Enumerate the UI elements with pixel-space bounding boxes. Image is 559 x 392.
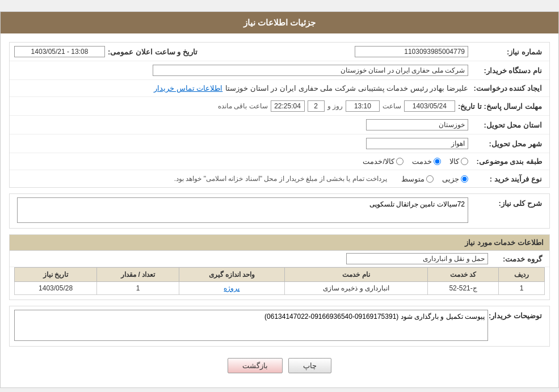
mohlat-date: 1403/05/24 <box>404 100 455 112</box>
radio-jazei-label: جزیی <box>442 175 459 183</box>
comments-section: توضیحات خریدار: <box>9 306 550 347</box>
row-sharh: شرح کلی نیاز: <box>10 194 549 228</box>
shahr-field: اهواز <box>366 138 468 149</box>
back-button[interactable]: بازگشت <box>228 358 283 373</box>
radio-motavsat-item[interactable]: متوسط <box>401 175 434 183</box>
mohlat-value: 1403/05/24 ساعت 13:10 روز و 2 22:25:04 س… <box>14 99 458 113</box>
mohlat-label: مهلت ارسال پاسخ: تا تاریخ: <box>458 102 545 111</box>
table-head: ردیف کد خدمت نام خدمت واحد اندازه گیری ت… <box>15 268 545 282</box>
mohlat-inline: 1403/05/24 ساعت 13:10 روز و 2 22:25:04 س… <box>17 100 455 112</box>
cell-kodKhedmat: ج-521-52 <box>428 282 499 295</box>
ostan-value: خوزستان <box>14 118 471 132</box>
table-body: 1ج-521-52انبارداری و ذخیره سازیپروژه1140… <box>15 282 545 295</box>
cell-vahed: پروژه <box>179 282 285 295</box>
ijadkonande-label: ایجاد کننده درخواست: <box>471 84 545 92</box>
table-row: 1ج-521-52انبارداری و ذخیره سازیپروژه1140… <box>15 282 545 295</box>
shomare-niaz-field: 1103093985004779 <box>355 46 468 57</box>
mande-value: 22:25:04 <box>271 100 305 112</box>
cell-tedad: 1 <box>97 282 179 295</box>
shomare-niaz-value: 1103093985004779 <box>200 45 471 58</box>
khedamat-section: اطلاعات خدمات مورد نیاز گروه خدمت: حمل و… <box>9 234 550 300</box>
radio-jazei-input[interactable] <box>461 175 468 183</box>
sharh-section: شرح کلی نیاز: <box>9 193 550 229</box>
ilan-value-field: 1403/05/21 - 13:08 <box>14 46 105 57</box>
khedamat-title: اطلاعات خدمات مورد نیاز <box>10 235 549 251</box>
content-area: شماره نیاز: 1103093985004779 تاریخ و ساع… <box>1 33 558 387</box>
row-tabaqe: طبقه بندی موضوعی: کالا خدمت <box>10 153 549 170</box>
rooz-value: 2 <box>308 100 325 112</box>
tabaqe-radio-group: کالا خدمت کالا/خدمت <box>17 157 468 166</box>
shahr-label: شهر محل تحویل: <box>471 140 545 148</box>
comments-row: توضیحات خریدار: <box>10 306 549 346</box>
ijadkonande-value: علیرضا بهادر رئیس خدمات پشتیبانی شرکت مل… <box>14 83 471 94</box>
khedamat-table: ردیف کد خدمت نام خدمت واحد اندازه گیری ت… <box>14 267 545 295</box>
col-radif: ردیف <box>499 268 545 282</box>
page-header: جزئیات اطلاعات نیاز <box>1 12 558 33</box>
comments-textarea[interactable] <box>14 310 488 341</box>
radio-motavsat-input[interactable] <box>426 175 434 183</box>
radio-khedmat-item[interactable]: خدمت <box>412 157 441 166</box>
col-tedad: تعداد / مقدار <box>97 268 179 282</box>
cell-namKhedmat: انبارداری و ذخیره سازی <box>284 282 427 295</box>
radio-kalakhedmat-item[interactable]: کالا/خدمت <box>363 157 404 166</box>
tabaqe-value: کالا خدمت کالا/خدمت <box>14 156 471 167</box>
ijadkonande-text: علیرضا بهادر رئیس خدمات پشتیبانی شرکت مل… <box>225 84 468 92</box>
mande-label: ساعت باقی مانده <box>218 102 268 110</box>
saat-label: ساعت <box>383 102 401 110</box>
row-ijadkonande: ایجاد کننده درخواست: علیرضا بهادر رئیس خ… <box>10 80 549 97</box>
row-shomare: شماره نیاز: 1103093985004779 تاریخ و ساع… <box>10 43 549 61</box>
grooh-field: حمل و نقل و انبارداری <box>346 253 488 264</box>
cell-tarikh: 1403/05/28 <box>15 282 97 295</box>
col-nam: نام خدمت <box>284 268 427 282</box>
cell-radif: 1 <box>499 282 545 295</box>
page-wrapper: جزئیات اطلاعات نیاز شماره نیاز: 11030939… <box>0 11 559 388</box>
namdastgah-value: شرکت ملی حفاری ایران در استان خوزستان <box>14 64 471 77</box>
radio-kala-input[interactable] <box>461 158 468 165</box>
noefar-value: جزیی متوسط پرداخت تمام یا بخشی از مبلغ خ… <box>14 174 471 184</box>
tabaqe-label: طبقه بندی موضوعی: <box>471 157 545 166</box>
buttons-row: چاپ بازگشت <box>9 352 550 379</box>
ostan-label: استان محل تحویل: <box>471 121 545 129</box>
comments-label: توضیحات خریدار: <box>488 310 545 320</box>
comments-value <box>14 310 488 343</box>
row-ostan: استان محل تحویل: خوزستان <box>10 116 549 134</box>
sharh-textarea[interactable] <box>17 197 468 223</box>
grooh-row: گروه خدمت: حمل و نقل و انبارداری <box>10 251 549 267</box>
row-mohlat: مهلت ارسال پاسخ: تا تاریخ: 1403/05/24 سا… <box>10 97 549 116</box>
ijadkonande-link[interactable]: اطلاعات تماس خریدار <box>154 84 222 92</box>
grooh-value: حمل و نقل و انبارداری <box>14 253 488 264</box>
noefar-radio-group: جزیی متوسط پرداخت تمام یا بخشی از مبلغ خ… <box>17 175 468 183</box>
col-kod: کد خدمت <box>428 268 499 282</box>
radio-kalakhedmat-label: کالا/خدمت <box>363 157 394 166</box>
radio-khedmat-input[interactable] <box>434 158 441 165</box>
table-header-row: ردیف کد خدمت نام خدمت واحد اندازه گیری ت… <box>15 268 545 282</box>
row-shahr: شهر محل تحویل: اهواز <box>10 134 549 153</box>
noefar-note: پرداخت تمام یا بخشی از مبلغ خریدار از مح… <box>174 175 387 183</box>
ilan-label: تاریخ و ساعت اعلان عمومی: <box>108 48 200 56</box>
radio-kala-item[interactable]: کالا <box>449 157 468 166</box>
rooz-label: روز و <box>327 102 343 110</box>
col-tarikh: تاریخ نیاز <box>15 268 97 282</box>
radio-kala-label: کالا <box>449 157 459 166</box>
radio-khedmat-label: خدمت <box>412 157 432 166</box>
sharh-label: شرح کلی نیاز: <box>471 196 545 208</box>
row-noefar: نوع فرآیند خرید : جزیی متوسط پرداخت تمام… <box>10 170 549 187</box>
grooh-label: گروه خدمت: <box>488 255 545 263</box>
noefar-label: نوع فرآیند خرید : <box>471 175 545 183</box>
table-wrapper: ردیف کد خدمت نام خدمت واحد اندازه گیری ت… <box>10 267 549 300</box>
radio-motavsat-label: متوسط <box>401 175 424 183</box>
namdastgah-field: شرکت ملی حفاری ایران در استان خوزستان <box>153 65 469 76</box>
col-vahed: واحد اندازه گیری <box>179 268 285 282</box>
ostan-field: خوزستان <box>366 119 468 130</box>
sharh-value <box>14 196 471 226</box>
mohlat-time: 13:10 <box>346 100 380 112</box>
print-button[interactable]: چاپ <box>288 358 331 373</box>
ilan-value-box: 1403/05/21 - 13:08 <box>14 46 105 57</box>
namdastgah-label: نام دستگاه خریدار: <box>471 66 545 75</box>
shahr-value: اهواز <box>14 137 471 150</box>
row-namdastgah: نام دستگاه خریدار: شرکت ملی حفاری ایران … <box>10 61 549 80</box>
main-info-section: شماره نیاز: 1103093985004779 تاریخ و ساع… <box>9 42 550 188</box>
shomare-niaz-label: شماره نیاز: <box>471 48 545 56</box>
radio-jazei-item[interactable]: جزیی <box>442 175 468 183</box>
radio-kalakhedmat-input[interactable] <box>396 158 404 165</box>
